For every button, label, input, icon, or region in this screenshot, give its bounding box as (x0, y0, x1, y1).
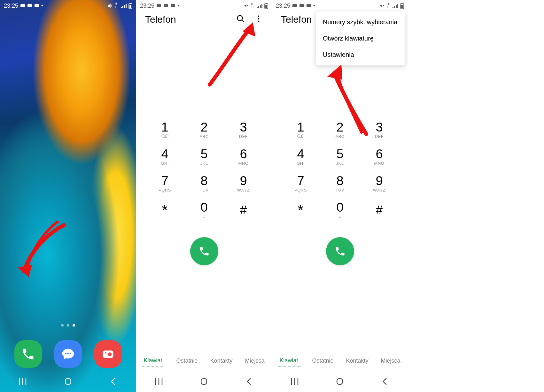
tab-recent[interactable]: Ostatnie (311, 356, 335, 366)
tab-contacts[interactable]: Kontakty (209, 356, 234, 366)
key-8[interactable]: 8TUV (184, 170, 224, 196)
signal-icon (121, 4, 127, 8)
key-5[interactable]: 5JKL (320, 143, 360, 170)
page-indicator (0, 324, 136, 327)
nav-back-button[interactable] (241, 376, 257, 387)
svg-rect-46 (292, 4, 297, 7)
nav-recents-button[interactable] (287, 376, 303, 387)
app-title: Telefon (281, 14, 312, 25)
svg-rect-27 (258, 6, 259, 8)
key-4[interactable]: 4GHI (281, 143, 320, 170)
key-star[interactable]: * (145, 197, 184, 223)
call-button[interactable] (326, 237, 354, 265)
key-star[interactable]: * (281, 197, 320, 223)
key-0[interactable]: 0+ (184, 197, 224, 223)
nav-home-button[interactable] (332, 376, 348, 387)
call-button[interactable] (190, 237, 218, 265)
status-bar: 23:25 • H+↓↑ (272, 0, 408, 11)
key-0[interactable]: 0+ (320, 197, 360, 223)
svg-rect-1 (27, 4, 32, 7)
nav-recents-button[interactable] (151, 376, 167, 387)
nav-back-button[interactable] (377, 376, 393, 387)
nav-home-button[interactable] (60, 376, 76, 387)
key-7[interactable]: 7PQRS (145, 170, 184, 196)
svg-rect-2 (35, 4, 39, 7)
status-bar: 23:25 • H+↓↑ (0, 0, 136, 11)
page-dot[interactable] (61, 324, 64, 327)
status-bar: 23:25 • H+↓↑ (136, 0, 272, 11)
bottom-tabs: Klawiat. Ostatnie Kontakty Miejsca (136, 355, 272, 366)
tab-contacts[interactable]: Kontakty (345, 356, 369, 366)
status-time: 23:25 (140, 3, 154, 9)
tab-places[interactable]: Miejsca (244, 356, 266, 366)
dock (0, 340, 136, 368)
nav-bar (272, 371, 408, 392)
page-dot[interactable] (67, 324, 69, 327)
tab-places[interactable]: Miejsca (379, 356, 401, 366)
tab-keypad[interactable]: Klawiat. (278, 355, 301, 366)
key-9[interactable]: 9WXYZ (224, 170, 263, 196)
svg-rect-52 (394, 6, 395, 8)
status-time: 23:25 (4, 3, 18, 9)
svg-rect-4 (122, 6, 123, 8)
nav-back-button[interactable] (105, 376, 121, 387)
key-hash[interactable]: # (224, 197, 263, 223)
status-icon-2 (27, 3, 32, 8)
more-icon: • (177, 3, 179, 9)
menu-open-keyboard[interactable]: Otwórz klawiaturę (316, 30, 405, 47)
svg-rect-53 (396, 5, 397, 8)
svg-point-10 (65, 353, 66, 354)
more-icon: • (41, 3, 43, 9)
key-6[interactable]: 6MNO (224, 143, 263, 170)
key-9[interactable]: 9WXYZ (360, 170, 399, 196)
key-6[interactable]: 6MNO (360, 143, 399, 170)
svg-rect-3 (121, 7, 122, 8)
tab-keypad[interactable]: Klawiat. (142, 355, 165, 366)
overflow-menu: Numery szybk. wybierania Otwórz klawiatu… (316, 11, 405, 65)
signal-icon (392, 4, 398, 8)
status-icon-2 (163, 4, 168, 8)
key-1[interactable]: 1 (281, 117, 320, 143)
camera-app-icon[interactable] (94, 340, 122, 368)
svg-rect-54 (397, 4, 398, 8)
svg-point-15 (105, 352, 106, 353)
annotation-arrow (13, 220, 67, 281)
svg-point-39 (166, 135, 168, 137)
phone-app-icon[interactable] (14, 340, 42, 368)
svg-point-58 (298, 135, 300, 137)
svg-marker-20 (18, 265, 32, 277)
nav-bar (136, 371, 272, 392)
nav-home-button[interactable] (196, 376, 212, 387)
svg-rect-6 (126, 4, 127, 8)
page-dot-active[interactable] (73, 324, 75, 327)
svg-rect-48 (307, 4, 311, 7)
nav-recents-button[interactable] (15, 376, 31, 387)
status-icon-3 (170, 4, 175, 8)
svg-rect-64 (337, 379, 343, 384)
key-1[interactable]: 1 (145, 117, 184, 143)
svg-rect-32 (265, 5, 267, 8)
mute-icon (244, 3, 249, 8)
screen-dialer-menu: 23:25 • H+↓↑ Telefon Numery szybk. wybie… (272, 0, 408, 392)
key-4[interactable]: 4GHI (145, 143, 184, 170)
app-title: Telefon (145, 14, 176, 25)
key-hash[interactable]: # (360, 197, 399, 223)
screen-dialer: 23:25 • H+↓↑ Telefon 1 2ABC 3DE (136, 0, 272, 392)
mute-icon (108, 3, 113, 8)
tab-recent[interactable]: Ostatnie (175, 356, 199, 366)
key-2[interactable]: 2ABC (184, 117, 224, 143)
key-3[interactable]: 3DEF (224, 117, 263, 143)
keypad: 1 2ABC 3DEF 4GHI 5JKL 6MNO 7PQRS 8TUV 9W… (136, 117, 272, 223)
menu-speed-dial[interactable]: Numery szybk. wybierania (316, 14, 405, 30)
data-icon: H+↓↑ (251, 3, 255, 9)
call-button-wrap (272, 237, 408, 265)
battery-icon (400, 3, 404, 9)
messages-app-icon[interactable] (54, 340, 82, 368)
status-icon-3 (306, 4, 311, 8)
status-icon-1 (292, 4, 297, 8)
data-icon: H+↓↑ (115, 3, 119, 9)
key-5[interactable]: 5JKL (184, 143, 224, 170)
key-8[interactable]: 8TUV (320, 170, 360, 196)
svg-rect-0 (20, 4, 25, 7)
key-7[interactable]: 7PQRS (281, 170, 320, 196)
